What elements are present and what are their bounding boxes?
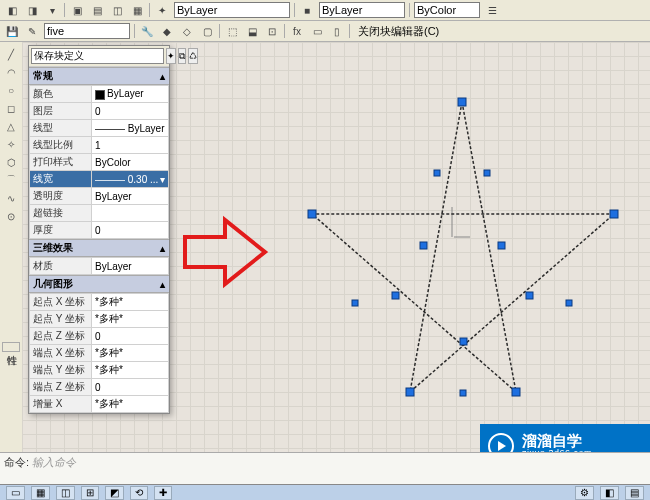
prop-value-ltscale[interactable]: 1 [92,137,169,154]
separator [294,3,295,17]
save-icon[interactable]: 💾 [4,23,20,39]
close-block-editor-button[interactable]: 关闭块编辑器(C) [354,24,443,39]
window-icon[interactable]: ▤ [89,2,105,18]
svg-rect-7 [420,242,427,249]
bycolor-dropdown[interactable] [414,2,480,18]
panel-button[interactable]: ⧉ [178,48,186,64]
draw-tool-icon[interactable]: ◠ [3,64,19,80]
edit-icon[interactable]: ✎ [24,23,40,39]
draw-tool-icon[interactable]: ◻ [3,100,19,116]
list-icon[interactable]: ☰ [484,2,500,18]
separator [284,24,285,38]
status-cell[interactable]: ◧ [600,486,619,500]
draw-tool-icon[interactable]: △ [3,118,19,134]
tool-icon[interactable]: ▯ [329,23,345,39]
command-hint: 输入命令 [32,456,76,468]
panel-button[interactable]: ♺ [188,48,198,64]
prop-value[interactable]: 0 [92,328,169,345]
status-bar[interactable]: ▭ ▦ ◫ ⊞ ◩ ⟲ ✚ ⚙ ◧ ▤ [0,484,650,500]
bylayer-dropdown-2[interactable] [319,2,405,18]
tool-icon[interactable]: ◆ [159,23,175,39]
prop-value-plotstyle[interactable]: ByColor [92,154,169,171]
properties-panel[interactable]: ✦ ⧉ ♺ 常规▴ 颜色 ByLayer 图层0 线型——— ByLayer 线… [28,45,170,414]
block-editor-toolbar[interactable]: 💾 ✎ 🔧 ◆ ◇ ▢ ⬚ ⬓ ⊡ fx ▭ ▯ 关闭块编辑器(C) [0,21,650,42]
prop-value[interactable]: *多种* [92,396,169,413]
svg-rect-10 [392,292,399,299]
svg-rect-6 [308,210,316,218]
category-header-geometry[interactable]: 几何图形▴ [29,275,169,293]
svg-rect-8 [498,242,505,249]
layer-icon[interactable]: ✦ [154,2,170,18]
prop-value-transparency[interactable]: ByLayer [92,188,169,205]
prop-value-linetype[interactable]: ——— ByLayer [92,120,169,137]
category-header-general[interactable]: 常规▴ [29,67,169,85]
prop-value[interactable]: *多种* [92,294,169,311]
tool-icon[interactable]: ⬚ [224,23,240,39]
prop-value[interactable]: *多种* [92,345,169,362]
tool-icon[interactable]: ⊡ [264,23,280,39]
properties-dock-tab[interactable]: 特性 [2,342,20,352]
status-cell[interactable]: ▭ [6,486,25,500]
status-cell[interactable]: ⚙ [575,486,594,500]
status-cell[interactable]: ◫ [56,486,75,500]
category-header-3d[interactable]: 三维效果▴ [29,239,169,257]
draw-tool-icon[interactable]: ✧ [3,136,19,152]
prop-value[interactable]: *多种* [92,311,169,328]
command-line[interactable]: 命令: 输入命令 [0,452,650,484]
status-cell[interactable]: ◩ [105,486,124,500]
window-icon[interactable]: ▣ [69,2,85,18]
draw-tool-icon[interactable]: ⬡ [3,154,19,170]
bylayer-dropdown-1[interactable] [174,2,290,18]
tool-icon[interactable]: ⬓ [244,23,260,39]
prop-value-lineweight[interactable]: ——— 0.30 ... [92,171,169,188]
toolbar-icon[interactable]: ◨ [24,2,40,18]
toolbar-icon[interactable]: ◧ [4,2,20,18]
tool-icon[interactable]: ▢ [199,23,215,39]
tool-icon[interactable]: ◇ [179,23,195,39]
svg-rect-15 [352,300,358,306]
prop-value[interactable]: 0 [92,379,169,396]
svg-rect-12 [484,170,490,176]
geometry-properties-table: 起点 X 坐标*多种* 起点 Y 坐标*多种* 起点 Z 坐标0 端点 X 坐标… [29,293,169,413]
separator [409,3,410,17]
prop-value-color[interactable]: ByLayer [92,86,169,103]
draw-tool-icon[interactable]: ○ [3,82,19,98]
draw-tool-icon[interactable]: ⊙ [3,208,19,224]
window-icon[interactable]: ◫ [109,2,125,18]
color-icon[interactable]: ■ [299,2,315,18]
prop-value-hyperlink[interactable] [92,205,169,222]
svg-rect-3 [610,210,618,218]
panel-button[interactable]: ✦ [166,48,176,64]
prop-value-material[interactable]: ByLayer [92,258,169,275]
draw-tool-icon[interactable]: ⌒ [3,172,19,188]
draw-tool-icon[interactable]: ∿ [3,190,19,206]
command-prompt-label: 命令: [4,456,29,468]
status-cell[interactable]: ⊞ [81,486,99,500]
status-cell[interactable]: ✚ [154,486,172,500]
tool-icon[interactable]: 🔧 [139,23,155,39]
prop-value[interactable]: *多种* [92,362,169,379]
status-cell[interactable]: ⟲ [130,486,148,500]
prop-value-thickness[interactable]: 0 [92,222,169,239]
left-dock-toolbar[interactable]: ╱ ◠ ○ ◻ △ ✧ ⬡ ⌒ ∿ ⊙ [0,42,23,476]
svg-rect-5 [406,388,414,396]
svg-rect-2 [458,98,466,106]
standard-toolbar[interactable]: ◧ ◨ ▾ ▣ ▤ ◫ ▦ ✦ ■ ☰ [0,0,650,21]
toolbar-dropdown-icon[interactable]: ▾ [44,2,60,18]
block-name-input[interactable] [44,23,130,39]
window-icon[interactable]: ▦ [129,2,145,18]
separator [219,24,220,38]
prop-key: 颜色 [30,86,92,103]
panel-title-input[interactable] [31,48,164,64]
status-cell[interactable]: ▤ [625,486,644,500]
status-cell[interactable]: ▦ [31,486,50,500]
fx-icon[interactable]: fx [289,23,305,39]
draw-line-icon[interactable]: ╱ [3,46,19,62]
tool-icon[interactable]: ▭ [309,23,325,39]
prop-value-layer[interactable]: 0 [92,103,169,120]
separator [134,24,135,38]
general-properties-table: 颜色 ByLayer 图层0 线型——— ByLayer 线型比例1 打印样式B… [29,85,169,239]
svg-rect-9 [526,292,533,299]
separator [64,3,65,17]
svg-rect-4 [512,388,520,396]
